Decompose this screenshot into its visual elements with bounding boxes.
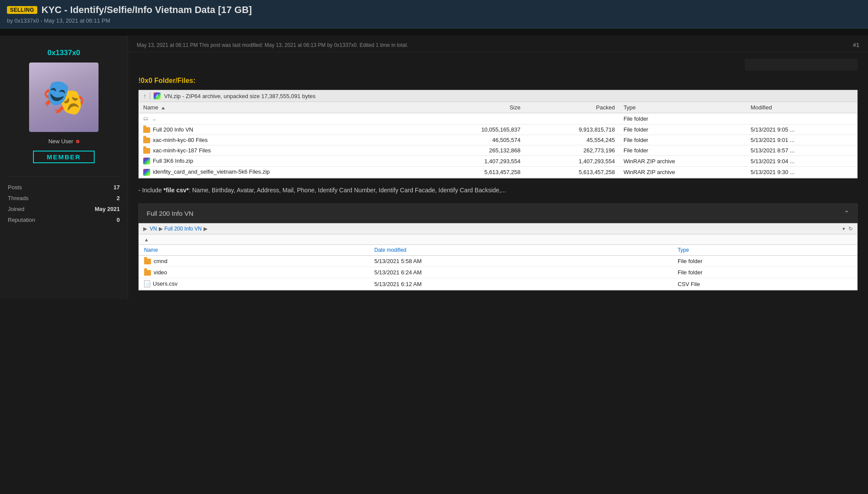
- main-layout: 0x1337x0 New User MEMBER Posts 17 Thread…: [0, 36, 868, 299]
- header-bar: SELLING KYC - Identify/Selfie/Info Vietn…: [0, 0, 868, 29]
- collapsible-label: Full 200 Info VN: [147, 210, 194, 217]
- chevron-up-icon: ⌃: [844, 209, 849, 217]
- table-row[interactable]: 📄Users.csv 5/13/2021 6:12 AM CSV File: [139, 278, 857, 290]
- col-name: Name: [139, 102, 424, 113]
- selling-badge: SELLING: [7, 6, 37, 14]
- col-packed: Packed: [525, 102, 619, 113]
- zip-file-header: ↑ Z VN.zip - ZIP64 archive, unpacked siz…: [139, 90, 857, 102]
- zip-file-box: ↑ Z VN.zip - ZIP64 archive, unpacked siz…: [138, 90, 858, 178]
- folder-icon: [143, 148, 150, 154]
- section-title: !0x0 Folder/Files:: [138, 77, 858, 85]
- parent-icon: 🗂: [143, 115, 150, 122]
- breadcrumb-sep1: ▶: [159, 226, 163, 232]
- nav-up-arrow: ↑: [143, 92, 146, 99]
- col-name[interactable]: Name: [139, 245, 369, 256]
- blurred-image: [745, 59, 858, 71]
- page-title: KYC - Identify/Selfie/Info Vietnam Data …: [42, 4, 252, 16]
- stat-joined: Joined May 2021: [7, 204, 121, 214]
- breadcrumb-sep2: ▶: [204, 226, 207, 232]
- collapsible-section-header[interactable]: Full 200 Info VN ⌃: [138, 204, 858, 223]
- user-role: New User: [48, 138, 79, 145]
- folder-icon: [144, 259, 151, 264]
- stat-threads: Threads 2: [7, 193, 121, 204]
- table-row[interactable]: video 5/13/2021 6:24 AM File folder: [139, 267, 857, 278]
- file-table: Name Size Packed Type Modified 🗂.. F: [139, 102, 857, 178]
- sidebar-username: 0x1337x0: [47, 49, 80, 57]
- table-row[interactable]: Full 200 Info VN 10,055,165,837 9,913,81…: [139, 124, 857, 135]
- post-meta: May 13, 2021 at 06:11 PM This post was l…: [128, 36, 868, 52]
- member-badge: MEMBER: [33, 151, 95, 163]
- stat-reputation: Reputation 0: [7, 214, 121, 225]
- breadcrumb-vn[interactable]: VN: [150, 226, 157, 232]
- col-date-modified[interactable]: Date modified: [369, 245, 672, 256]
- zip-header-label: VN.zip - ZIP64 archive, unpacked size 17…: [164, 93, 316, 99]
- winrar-icon: [143, 158, 150, 165]
- folder-icon: [144, 270, 151, 276]
- post-timestamp: May 13, 2021 at 06:11 PM This post was l…: [137, 42, 408, 48]
- table-row[interactable]: xac-minh-kyc-187 Files 265,132,868 262,7…: [139, 145, 857, 155]
- folder-icon: [143, 138, 150, 143]
- avatar-image: [29, 63, 99, 132]
- table-row[interactable]: idenfity_card_and_selfie_vietnam-5k6 Fil…: [139, 167, 857, 178]
- header-spacer: [0, 29, 868, 36]
- avatar: [29, 63, 99, 132]
- csv-icon: 📄: [144, 280, 150, 287]
- explorer-nav: ▶ VN ▶ Full 200 Info VN ▶ ▾ ↻: [139, 224, 857, 234]
- winrar-icon: [143, 169, 150, 176]
- stats-table: Posts 17 Threads 2 Joined May 2021 Reput…: [7, 182, 121, 225]
- col-size: Size: [424, 102, 525, 113]
- explorer-box: ▶ VN ▶ Full 200 Info VN ▶ ▾ ↻ ▲: [138, 223, 858, 291]
- table-row[interactable]: xac-minh-kyc-80 Files 46,505,574 45,554,…: [139, 135, 857, 145]
- breadcrumb-full200[interactable]: Full 200 Info VN: [164, 226, 202, 232]
- dropdown-arrow[interactable]: ▾: [842, 226, 845, 232]
- divider: [7, 176, 121, 177]
- table-row[interactable]: 🗂.. File folder: [139, 113, 857, 125]
- online-indicator: [76, 140, 79, 143]
- sort-arrow: [161, 107, 165, 109]
- table-row[interactable]: Full 3K6 Info.zip 1,407,293,554 1,407,29…: [139, 155, 857, 167]
- folder-icon: [143, 127, 150, 133]
- breadcrumb: VN ▶ Full 200 Info VN ▶: [150, 226, 207, 232]
- content-area: May 13, 2021 at 06:11 PM This post was l…: [128, 36, 868, 299]
- col-modified: Modified: [746, 102, 857, 113]
- explorer-controls: ▾ ↻: [842, 226, 853, 232]
- description-text: - Include *file csv*: Name, Birthday, Av…: [138, 185, 858, 196]
- zip-icon: Z: [154, 92, 161, 99]
- nav-arrow-right: ▶: [143, 226, 147, 232]
- sidebar: 0x1337x0 New User MEMBER Posts 17 Thread…: [0, 36, 128, 299]
- col-type: Type: [619, 102, 746, 113]
- header-subtitle: by 0x1337x0 - May 13, 2021 at 06:11 PM: [7, 17, 861, 24]
- table-row[interactable]: cmnd 5/13/2021 5:58 AM File folder: [139, 255, 857, 267]
- col-type[interactable]: Type: [672, 245, 857, 256]
- explorer-table: Name Date modified Type cmnd 5/13/2021 5…: [139, 245, 857, 290]
- sort-up-arrow: ▲: [144, 237, 149, 242]
- refresh-icon[interactable]: ↻: [848, 226, 853, 232]
- post-number: #1: [853, 42, 859, 48]
- stat-posts: Posts 17: [7, 182, 121, 193]
- post-body: !0x0 Folder/Files: ↑ Z VN.zip - ZIP64 ar…: [128, 52, 868, 299]
